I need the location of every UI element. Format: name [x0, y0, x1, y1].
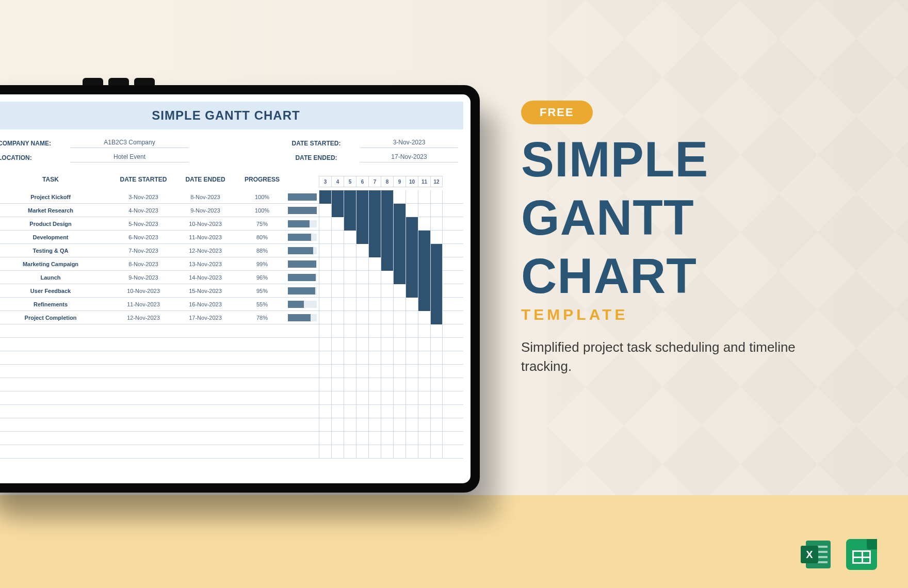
gantt-day-headers: 3456789101112: [319, 176, 458, 187]
empty-row: [0, 378, 463, 391]
progress-bar: [288, 193, 317, 201]
gantt-cells: [319, 271, 463, 284]
column-headers: TASK DATE STARTED DATE ENDED PROGRESS 34…: [0, 168, 463, 190]
value-location: Hotel Event: [70, 153, 189, 162]
gantt-cells: [319, 311, 463, 324]
label-company: COMPANY NAME:: [0, 140, 70, 147]
gantt-cells: [319, 244, 463, 257]
task-name: Marketing Campaign: [0, 261, 112, 267]
table-row: Marketing Campaign8-Nov-202313-Nov-20239…: [0, 257, 463, 271]
description: Simplified project task scheduling and t…: [521, 338, 810, 377]
task-progress: 100%: [236, 194, 288, 200]
table-row: Product Design5-Nov-202310-Nov-202375%: [0, 217, 463, 231]
title-line-2: GANTT: [521, 194, 862, 241]
task-progress: 100%: [236, 207, 288, 214]
label-location: LOCATION:: [0, 154, 70, 161]
table-row: User Feedback10-Nov-202315-Nov-202395%: [0, 284, 463, 298]
task-start: 11-Nov-2023: [112, 301, 174, 307]
label-date-started: DATE STARTED:: [272, 140, 360, 147]
task-name: Project Kickoff: [0, 194, 112, 200]
header-progress: PROGRESS: [236, 176, 288, 187]
gantt-cells: [319, 217, 463, 231]
task-name: User Feedback: [0, 288, 112, 294]
table-row: Launch9-Nov-202314-Nov-202396%: [0, 271, 463, 284]
day-header: 9: [393, 176, 406, 187]
task-end: 8-Nov-2023: [174, 194, 236, 200]
progress-bar: [288, 274, 317, 281]
gantt-rows: Project Kickoff3-Nov-20238-Nov-2023100%M…: [0, 190, 463, 324]
empty-row: [0, 405, 463, 418]
day-header: 4: [331, 176, 344, 187]
format-icons: X: [801, 538, 877, 570]
task-start: 8-Nov-2023: [112, 261, 174, 267]
task-end: 12-Nov-2023: [174, 248, 236, 254]
day-header: 6: [356, 176, 368, 187]
tablet-button: [134, 78, 155, 85]
task-name: Refinements: [0, 301, 112, 307]
value-company: A1B2C3 Company: [70, 139, 189, 148]
task-name: Project Completion: [0, 315, 112, 321]
task-start: 4-Nov-2023: [112, 207, 174, 214]
task-start: 12-Nov-2023: [112, 315, 174, 321]
empty-rows: [0, 324, 463, 459]
day-header: 11: [418, 176, 430, 187]
gantt-cells: [319, 204, 463, 217]
free-badge: FREE: [521, 101, 593, 124]
task-name: Launch: [0, 274, 112, 281]
day-header: 5: [344, 176, 356, 187]
table-row: Refinements11-Nov-202316-Nov-202355%: [0, 298, 463, 311]
task-end: 13-Nov-2023: [174, 261, 236, 267]
task-progress: 95%: [236, 288, 288, 294]
day-header: 7: [368, 176, 381, 187]
value-date-started: 3-Nov-2023: [360, 139, 458, 148]
progress-bar: [288, 260, 317, 268]
table-row: Testing & QA7-Nov-202312-Nov-202388%: [0, 244, 463, 257]
gantt-cells: [319, 190, 463, 204]
table-row: Project Kickoff3-Nov-20238-Nov-2023100%: [0, 190, 463, 204]
template-label: TEMPLATE: [521, 306, 862, 323]
empty-row: [0, 365, 463, 378]
task-end: 9-Nov-2023: [174, 207, 236, 214]
title-line-3: CHART: [521, 252, 862, 299]
spreadsheet: SIMPLE GANTT CHART COMPANY NAME: A1B2C3 …: [0, 94, 471, 483]
task-name: Product Design: [0, 221, 112, 227]
task-end: 10-Nov-2023: [174, 221, 236, 227]
task-end: 11-Nov-2023: [174, 234, 236, 240]
progress-bar: [288, 301, 317, 308]
task-progress: 99%: [236, 261, 288, 267]
promo-panel: FREE SIMPLE GANTT CHART TEMPLATE Simplif…: [521, 101, 862, 377]
empty-row: [0, 338, 463, 351]
task-progress: 78%: [236, 315, 288, 321]
progress-bar: [288, 220, 317, 227]
day-header: 10: [406, 176, 418, 187]
google-sheets-icon: [846, 539, 877, 570]
gantt-cells: [319, 257, 463, 271]
table-row: Market Research4-Nov-20239-Nov-2023100%: [0, 204, 463, 217]
title-line-1: SIMPLE: [521, 136, 862, 183]
empty-row: [0, 351, 463, 365]
empty-row: [0, 445, 463, 459]
label-date-ended: DATE ENDED:: [272, 154, 360, 161]
header-end: DATE ENDED: [174, 176, 236, 187]
header-start: DATE STARTED: [112, 176, 174, 187]
empty-row: [0, 418, 463, 432]
task-progress: 80%: [236, 234, 288, 240]
task-progress: 75%: [236, 221, 288, 227]
background-bottom: [0, 495, 908, 588]
meta-grid: COMPANY NAME: A1B2C3 Company DATE STARTE…: [0, 129, 463, 168]
task-start: 6-Nov-2023: [112, 234, 174, 240]
progress-bar: [288, 247, 317, 254]
gantt-cells: [319, 284, 463, 298]
tablet-frame: SIMPLE GANTT CHART COMPANY NAME: A1B2C3 …: [0, 85, 480, 493]
task-end: 17-Nov-2023: [174, 315, 236, 321]
task-progress: 88%: [236, 248, 288, 254]
table-row: Development6-Nov-202311-Nov-202380%: [0, 231, 463, 244]
gantt-cells: [319, 231, 463, 244]
table-row: Project Completion12-Nov-202317-Nov-2023…: [0, 311, 463, 324]
task-end: 16-Nov-2023: [174, 301, 236, 307]
gantt-cells: [319, 298, 463, 311]
task-name: Development: [0, 234, 112, 240]
header-task: TASK: [0, 176, 112, 187]
excel-icon: X: [801, 538, 833, 570]
task-end: 14-Nov-2023: [174, 274, 236, 281]
